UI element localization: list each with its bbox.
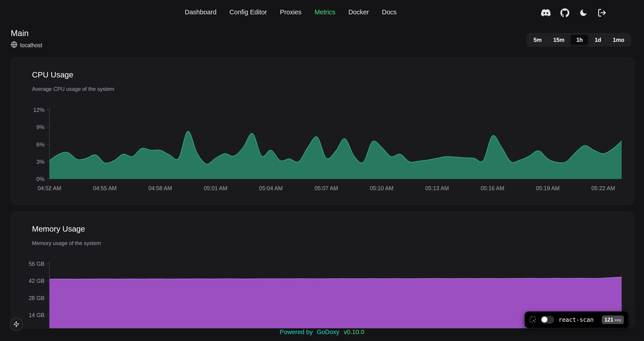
fps-value: 121 (604, 317, 613, 323)
main-nav: Dashboard Config Editor Proxies Metrics … (185, 9, 397, 16)
moon-icon (579, 9, 588, 17)
logout-button[interactable] (598, 8, 606, 17)
time-range-1d[interactable]: 1d (589, 34, 607, 46)
svg-text:05:22 AM: 05:22 AM (592, 185, 615, 191)
svg-text:04:55 AM: 04:55 AM (93, 185, 117, 191)
discord-icon (541, 8, 550, 18)
svg-text:42 GB: 42 GB (28, 278, 44, 284)
svg-text:6%: 6% (36, 141, 44, 148)
svg-text:05:07 AM: 05:07 AM (314, 185, 338, 191)
svg-text:05:16 AM: 05:16 AM (480, 185, 504, 191)
cpu-usage-card: CPU Usage Average CPU usage of the syste… (11, 58, 634, 205)
svg-text:04:58 AM: 04:58 AM (148, 185, 172, 191)
github-button[interactable] (560, 8, 569, 17)
discord-button[interactable] (541, 8, 550, 18)
nav-item-docker[interactable]: Docker (348, 9, 369, 16)
host-label: localhost (20, 42, 42, 49)
svg-text:12%: 12% (33, 107, 44, 113)
version-text: v0.10.0 (344, 328, 364, 335)
inspect-icon (529, 316, 536, 324)
memory-usage-chart: 14 GB28 GB42 GB56 GB (11, 212, 634, 328)
globe-icon (11, 41, 18, 49)
react-scan-toolbar: react-scan 121 FPS (524, 311, 628, 328)
nav-item-docs[interactable]: Docs (382, 9, 397, 16)
cpu-card-subtitle: Average CPU usage of the system (32, 86, 114, 92)
logout-icon (598, 8, 606, 17)
cpu-card-title: CPU Usage (32, 70, 73, 79)
time-range-1mo[interactable]: 1mo (607, 34, 630, 46)
header-icon-group (541, 8, 606, 18)
svg-text:05:04 AM: 05:04 AM (259, 185, 283, 191)
fps-unit: FPS (615, 318, 621, 322)
svg-text:9%: 9% (36, 124, 44, 130)
memory-card-subtitle: Memory usage of the system (32, 240, 101, 246)
powered-by-text: Powered by (280, 328, 313, 335)
memory-usage-card: Memory Usage Memory usage of the system … (11, 212, 634, 328)
toggle-knob (542, 317, 548, 322)
time-range-5m[interactable]: 5m (528, 34, 547, 46)
svg-text:05:19 AM: 05:19 AM (536, 185, 560, 191)
react-scan-label: react-scan (558, 316, 597, 323)
svg-text:28 GB: 28 GB (28, 295, 44, 301)
page-head: Main localhost (11, 29, 42, 49)
svg-text:05:01 AM: 05:01 AM (204, 185, 228, 191)
godoxy-link[interactable]: GoDoxy (317, 328, 339, 335)
host-row: localhost (11, 41, 42, 49)
nav-item-proxies[interactable]: Proxies (280, 9, 302, 16)
quick-action-button[interactable] (10, 318, 23, 331)
svg-text:3%: 3% (36, 159, 44, 165)
theme-toggle-button[interactable] (579, 9, 588, 17)
time-range-1h[interactable]: 1h (570, 34, 588, 46)
time-range-selector: 5m 15m 1h 1d 1mo (526, 33, 631, 47)
footer: Powered by GoDoxy v0.10.0 (0, 328, 644, 336)
cpu-usage-chart: 0%3%6%9%12%04:52 AM04:55 AM04:58 AM05:01… (11, 58, 634, 204)
react-scan-toggle[interactable] (541, 316, 554, 323)
time-range-15m[interactable]: 15m (548, 34, 570, 46)
page-title: Main (11, 29, 42, 38)
github-icon (560, 8, 569, 17)
nav-item-config-editor[interactable]: Config Editor (230, 9, 267, 16)
lightning-icon (13, 321, 20, 328)
nav-item-dashboard[interactable]: Dashboard (185, 9, 216, 16)
fps-badge: 121 FPS (602, 315, 624, 324)
svg-text:14 GB: 14 GB (28, 312, 44, 318)
inspect-button[interactable] (529, 316, 536, 324)
svg-text:05:13 AM: 05:13 AM (425, 185, 449, 191)
svg-text:56 GB: 56 GB (28, 261, 44, 267)
svg-text:0%: 0% (36, 176, 44, 182)
nav-item-metrics[interactable]: Metrics (314, 9, 335, 16)
memory-card-title: Memory Usage (32, 224, 85, 233)
svg-text:04:52 AM: 04:52 AM (38, 185, 61, 191)
godoxy-metrics-page: Dashboard Config Editor Proxies Metrics … (0, 0, 644, 341)
svg-text:05:10 AM: 05:10 AM (370, 185, 394, 191)
